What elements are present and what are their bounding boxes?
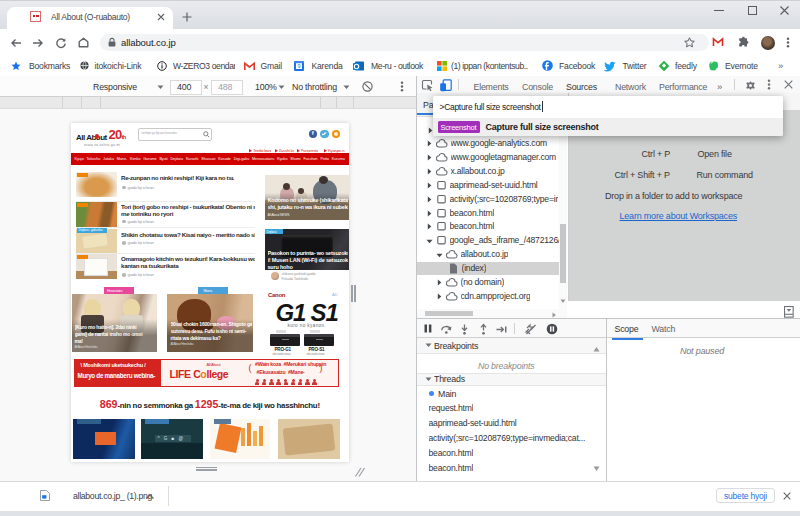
svg-text:9: 9 — [298, 63, 301, 69]
